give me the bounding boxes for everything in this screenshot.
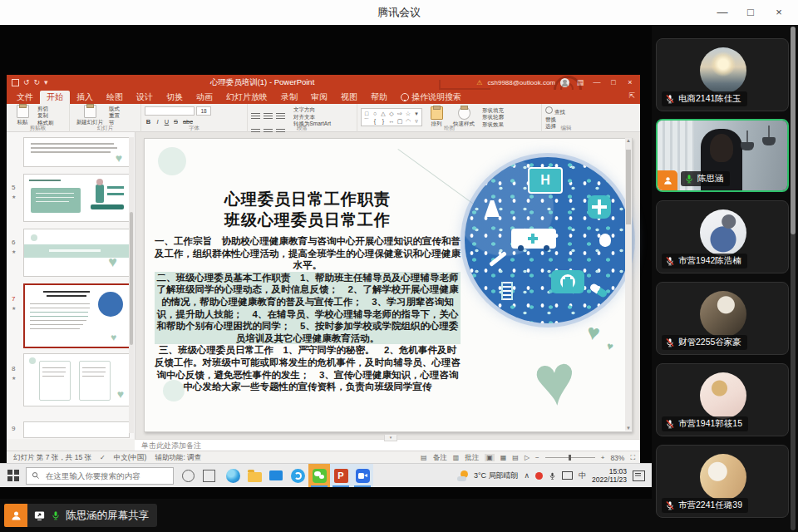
clock[interactable]: 15:03 2022/11/23: [592, 467, 627, 484]
taskbar-wechat-icon[interactable]: [308, 464, 330, 487]
comments-toggle[interactable]: 批注: [465, 453, 479, 463]
participant-tile[interactable]: 市营2241任璐39: [656, 445, 789, 518]
slide-title: 心理委员日常工作职责 班级心理委员日常工作: [153, 189, 462, 230]
tab-design[interactable]: 设计: [130, 91, 160, 104]
ppt-minimize-icon[interactable]: —: [591, 78, 603, 86]
text-direction-button[interactable]: 文字方向: [293, 106, 331, 113]
tab-slideshow[interactable]: 幻灯片放映: [219, 91, 274, 104]
ime-indicator[interactable]: 中: [579, 470, 586, 481]
notes-bar[interactable]: ▾ 单击此处添加备注: [135, 439, 640, 451]
taskbar-edge-icon[interactable]: [222, 464, 244, 487]
font-size-box[interactable]: 18: [196, 106, 211, 116]
cut-button[interactable]: 剪切: [37, 106, 54, 112]
taskbar-search[interactable]: [26, 467, 174, 485]
search-input[interactable]: [44, 470, 168, 481]
start-button[interactable]: [7, 470, 19, 481]
participant-tile[interactable]: 财管2255谷家豪: [656, 282, 789, 355]
thumbnail-slide-7-selected[interactable]: ♥: [23, 283, 131, 348]
thumbnail-slide-9[interactable]: [23, 421, 130, 438]
hidden-icons-chevron[interactable]: ∧: [524, 471, 530, 480]
language-indicator[interactable]: 中文(中国): [114, 453, 147, 463]
numbering-icon[interactable]: [264, 113, 273, 120]
tab-home[interactable]: 开始: [40, 91, 70, 104]
thumbnail-slide-6[interactable]: ♥: [23, 229, 130, 277]
tray-mic-icon[interactable]: [549, 471, 556, 480]
ribbon-collapse-icon[interactable]: ⇱: [628, 91, 635, 100]
notes-toggle[interactable]: 备注: [433, 453, 447, 463]
redo-icon[interactable]: ↻: [34, 78, 41, 86]
tab-draw[interactable]: 绘图: [100, 91, 130, 104]
save-icon[interactable]: [12, 79, 19, 86]
slideshow-icon[interactable]: ▷: [525, 454, 530, 461]
zoom-slider[interactable]: [545, 457, 595, 458]
undo-icon[interactable]: ↺: [23, 78, 30, 86]
tab-review[interactable]: 审阅: [304, 91, 334, 104]
shape-fill-button[interactable]: 形状填充: [482, 107, 504, 114]
shape-outline-button[interactable]: 形状轮廓: [482, 114, 504, 121]
tab-animations[interactable]: 动画: [190, 91, 219, 104]
spellcheck-icon[interactable]: ✓: [100, 454, 106, 461]
align-text-button[interactable]: 对齐文本: [293, 114, 331, 121]
ppt-restore-icon[interactable]: □: [608, 78, 619, 86]
layout-button[interactable]: 版式: [109, 106, 120, 112]
replace-button[interactable]: 替换: [545, 116, 587, 123]
thumbnail-slide-4[interactable]: ♥: [23, 137, 130, 167]
task-view-icon[interactable]: [203, 470, 215, 482]
tell-me-search[interactable]: 操作说明搜索: [394, 91, 468, 104]
weather-label[interactable]: 3°C 局部晴朗: [474, 470, 519, 481]
tab-transitions[interactable]: 切换: [160, 91, 190, 104]
thumbnail-slide-5[interactable]: [23, 174, 130, 222]
participant-tile[interactable]: 市营1942陈浩楠: [656, 200, 789, 273]
taskbar-mail-icon[interactable]: [265, 464, 287, 487]
find-button[interactable]: 查找: [545, 106, 587, 116]
sidebar-scrollbar[interactable]: [791, 27, 796, 530]
cortana-icon[interactable]: [182, 470, 195, 482]
account-avatar[interactable]: [560, 78, 569, 87]
copy-button[interactable]: 复制: [37, 112, 54, 119]
new-slide-button[interactable]: 新建幻灯片: [73, 105, 106, 126]
slide-scrollbar[interactable]: ▲ ▼: [625, 138, 632, 431]
bullets-icon[interactable]: [251, 113, 260, 120]
animation-star-icon: ★: [12, 194, 16, 200]
taskbar-meeting-icon[interactable]: [352, 464, 373, 487]
font-name-box[interactable]: [145, 106, 195, 116]
tab-record[interactable]: 录制: [274, 91, 304, 104]
zoom-out-icon[interactable]: −: [535, 454, 539, 461]
normal-view-icon[interactable]: ▣: [485, 454, 495, 461]
taskbar-browser-icon[interactable]: [287, 464, 308, 487]
tab-file[interactable]: 文件: [10, 91, 40, 104]
participant-tile[interactable]: 市营1941郭筱15: [656, 363, 789, 436]
paste-button[interactable]: 粘贴: [10, 105, 35, 126]
animation-star-icon: ★: [12, 305, 16, 311]
participant-tile[interactable]: 电商2141陈佳玉: [656, 38, 789, 111]
tab-view[interactable]: 视图: [334, 91, 364, 104]
thumbnail-scrollbar[interactable]: [129, 137, 134, 433]
account-email[interactable]: csh9988@outlook.com: [488, 79, 556, 86]
taskbar-powerpoint-icon[interactable]: P: [330, 464, 352, 487]
comments-toggle-icon[interactable]: ▥: [453, 454, 460, 461]
ppt-close-icon[interactable]: ×: [624, 78, 636, 86]
zoom-level[interactable]: 83%: [610, 454, 624, 462]
shapes-gallery[interactable]: □○ △◇ ⇨☆ ▾ ⌒{ }↔ ▢◠ ▿: [361, 108, 422, 126]
reading-view-icon[interactable]: ▤: [512, 454, 519, 461]
zoom-in-icon[interactable]: +: [601, 454, 605, 461]
minimize-icon[interactable]: —: [708, 0, 736, 25]
close-icon[interactable]: ×: [765, 0, 793, 25]
accessibility-status[interactable]: 辅助功能: 调查: [155, 453, 201, 463]
reset-button[interactable]: 重置: [109, 112, 120, 119]
maximize-icon[interactable]: □: [736, 0, 765, 25]
indent-icon[interactable]: [276, 113, 285, 120]
action-center-icon[interactable]: [633, 470, 645, 481]
fit-to-window-icon[interactable]: ⛶: [630, 454, 635, 462]
taskbar-explorer-icon[interactable]: [244, 464, 265, 487]
notes-toggle-icon[interactable]: ▤: [421, 454, 427, 461]
tray-display-icon[interactable]: [562, 471, 573, 480]
slide-sorter-icon[interactable]: ▦: [500, 454, 507, 461]
slide-canvas[interactable]: 心理委员日常工作职责 班级心理委员日常工作 一、工作宗旨 协助校心理健康教育与咨…: [144, 138, 633, 432]
tab-insert[interactable]: 插入: [70, 91, 100, 104]
tray-alert-icon[interactable]: [535, 472, 543, 480]
tab-help[interactable]: 帮助: [364, 91, 394, 104]
thumbnail-slide-8[interactable]: ♥: [23, 353, 130, 406]
participant-tile-active-speaker[interactable]: 陈思涵: [656, 119, 789, 192]
notes-split-handle[interactable]: ▾: [384, 434, 397, 441]
